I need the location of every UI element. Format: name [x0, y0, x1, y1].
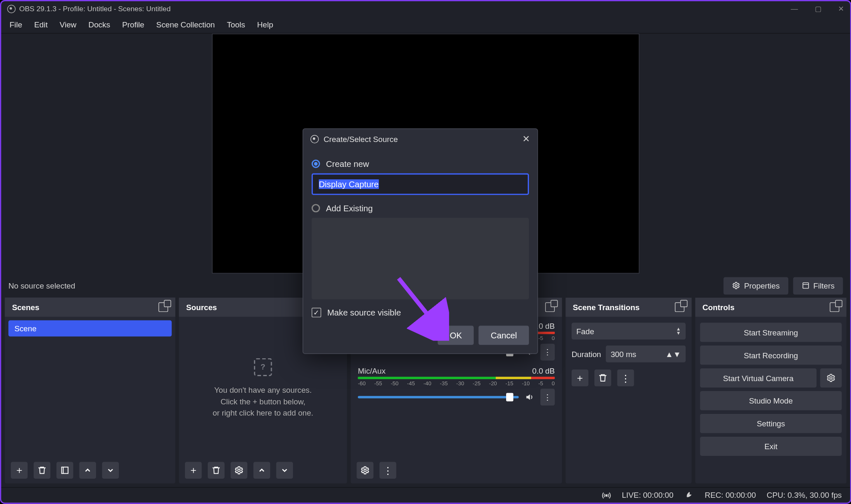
- filter-square-icon: [60, 465, 69, 475]
- exit-button[interactable]: Exit: [700, 437, 842, 456]
- volume-slider[interactable]: [358, 396, 519, 399]
- obs-logo-icon: [310, 135, 319, 143]
- filters-button[interactable]: Filters: [793, 277, 843, 294]
- scenes-panel: Scenes Scene ＋: [5, 298, 175, 484]
- dock-icon[interactable]: [830, 302, 839, 312]
- virtual-camera-settings-button[interactable]: [820, 368, 842, 387]
- svg-rect-1: [803, 283, 808, 288]
- create-new-radio[interactable]: [312, 159, 320, 168]
- duration-spinner[interactable]: 300 ms ▲▼: [606, 345, 686, 362]
- make-visible-label: Make source visible: [327, 308, 401, 317]
- maximize-icon[interactable]: ▢: [815, 5, 821, 13]
- menu-view[interactable]: View: [54, 18, 82, 32]
- obs-logo-icon: [7, 5, 15, 13]
- controls-title: Controls: [703, 303, 735, 312]
- filters-label: Filters: [813, 281, 834, 290]
- settings-button[interactable]: Settings: [700, 414, 842, 433]
- leaf-icon: [684, 490, 694, 500]
- dock-icon[interactable]: [545, 302, 555, 312]
- scene-down-button[interactable]: [102, 462, 119, 479]
- properties-label: Properties: [744, 281, 780, 290]
- menu-profile[interactable]: Profile: [116, 18, 150, 32]
- add-scene-button[interactable]: ＋: [11, 462, 27, 479]
- channel-menu-button[interactable]: ⋮: [540, 344, 555, 360]
- titlebar: OBS 29.1.3 - Profile: Untitled - Scenes:…: [1, 1, 850, 17]
- scene-up-button[interactable]: [79, 462, 96, 479]
- menu-help[interactable]: Help: [251, 18, 279, 32]
- menu-file[interactable]: File: [4, 18, 28, 32]
- mixer-channel-mic: Mic/Aux 0.0 dB -60-55-50-45-40-35-30-25-…: [358, 367, 555, 406]
- create-new-label: Create new: [326, 159, 369, 169]
- sources-title: Sources: [186, 303, 217, 312]
- transition-select[interactable]: Fade ▲▼: [572, 323, 686, 339]
- dialog-close-button[interactable]: ✕: [522, 134, 530, 144]
- menubar: File Edit View Docks Profile Scene Colle…: [1, 17, 850, 33]
- chevron-up-icon: [258, 466, 266, 475]
- source-down-button[interactable]: [276, 462, 293, 479]
- menu-edit[interactable]: Edit: [28, 18, 54, 32]
- remove-transition-button[interactable]: [594, 369, 611, 386]
- sources-empty-line3: or right click here to add one.: [213, 408, 313, 417]
- channel-db: 0.0 dB: [532, 367, 555, 376]
- close-icon[interactable]: ✕: [838, 5, 844, 13]
- start-virtual-camera-button[interactable]: Start Virtual Camera: [700, 368, 817, 387]
- source-up-button[interactable]: [253, 462, 270, 479]
- placeholder-icon: ?: [254, 358, 272, 376]
- chevron-down-icon: [106, 466, 115, 475]
- sources-empty-line2: Click the + button below,: [221, 397, 305, 406]
- menu-docks[interactable]: Docks: [82, 18, 116, 32]
- start-recording-button[interactable]: Start Recording: [700, 345, 842, 365]
- remove-source-button[interactable]: [208, 462, 224, 479]
- create-select-source-dialog: Create/Select Source ✕ Create new Add Ex…: [303, 128, 538, 354]
- transition-menu-button[interactable]: ⋮: [617, 369, 634, 386]
- ok-button[interactable]: OK: [438, 326, 474, 345]
- trash-icon: [598, 373, 608, 383]
- dialog-title: Create/Select Source: [324, 135, 398, 144]
- updown-icon: ▲▼: [665, 350, 681, 359]
- remove-scene-button[interactable]: [34, 462, 50, 479]
- mixer-menu-button[interactable]: ⋮: [379, 462, 396, 479]
- scene-item[interactable]: Scene: [8, 321, 172, 337]
- scenes-title: Scenes: [12, 303, 39, 312]
- status-cpu: CPU: 0.3%, 30.00 fps: [767, 491, 842, 500]
- dock-icon[interactable]: [158, 302, 168, 312]
- chevron-up-icon: [84, 466, 92, 475]
- menu-tools[interactable]: Tools: [221, 18, 251, 32]
- add-source-button[interactable]: ＋: [185, 462, 202, 479]
- cancel-button[interactable]: Cancel: [479, 326, 529, 345]
- menu-scene-collection[interactable]: Scene Collection: [150, 18, 221, 32]
- status-rec: REC: 00:00:00: [705, 491, 756, 500]
- status-live: LIVE: 00:00:00: [622, 491, 673, 500]
- source-name-input[interactable]: [312, 174, 529, 195]
- duration-label: Duration: [572, 350, 601, 359]
- make-visible-checkbox[interactable]: ✓: [312, 308, 321, 317]
- window-title: OBS 29.1.3 - Profile: Untitled - Scenes:…: [19, 5, 170, 13]
- sources-empty-line1: You don't have any sources.: [214, 385, 312, 394]
- gear-icon: [360, 465, 370, 475]
- existing-sources-list[interactable]: [312, 218, 529, 299]
- transition-value: Fade: [576, 327, 594, 336]
- transitions-panel: Scene Transitions Fade ▲▼ Duration 300 m…: [566, 298, 691, 484]
- scene-filter-button[interactable]: [57, 462, 73, 479]
- source-settings-button[interactable]: [231, 462, 247, 479]
- app-window: OBS 29.1.3 - Profile: Untitled - Scenes:…: [0, 0, 851, 504]
- properties-button[interactable]: Properties: [724, 277, 788, 294]
- start-streaming-button[interactable]: Start Streaming: [700, 323, 842, 342]
- controls-panel: Controls Start Streaming Start Recording…: [695, 298, 846, 484]
- svg-point-6: [364, 469, 366, 472]
- svg-point-7: [830, 377, 832, 379]
- svg-point-5: [238, 469, 240, 472]
- add-transition-button[interactable]: ＋: [572, 369, 588, 386]
- no-source-label: No source selected: [8, 281, 75, 290]
- dock-icon[interactable]: [675, 302, 684, 312]
- gear-icon: [826, 373, 836, 383]
- add-existing-radio[interactable]: [312, 204, 320, 212]
- updown-icon: ▲▼: [676, 327, 681, 335]
- minimize-icon[interactable]: —: [791, 5, 798, 13]
- channel-menu-button[interactable]: ⋮: [540, 389, 555, 405]
- speaker-icon[interactable]: [525, 392, 534, 402]
- mixer-settings-button[interactable]: [357, 462, 373, 479]
- transitions-title: Scene Transitions: [573, 303, 639, 312]
- studio-mode-button[interactable]: Studio Mode: [700, 391, 842, 410]
- status-bar: LIVE: 00:00:00 REC: 00:00:00 CPU: 0.3%, …: [1, 487, 850, 503]
